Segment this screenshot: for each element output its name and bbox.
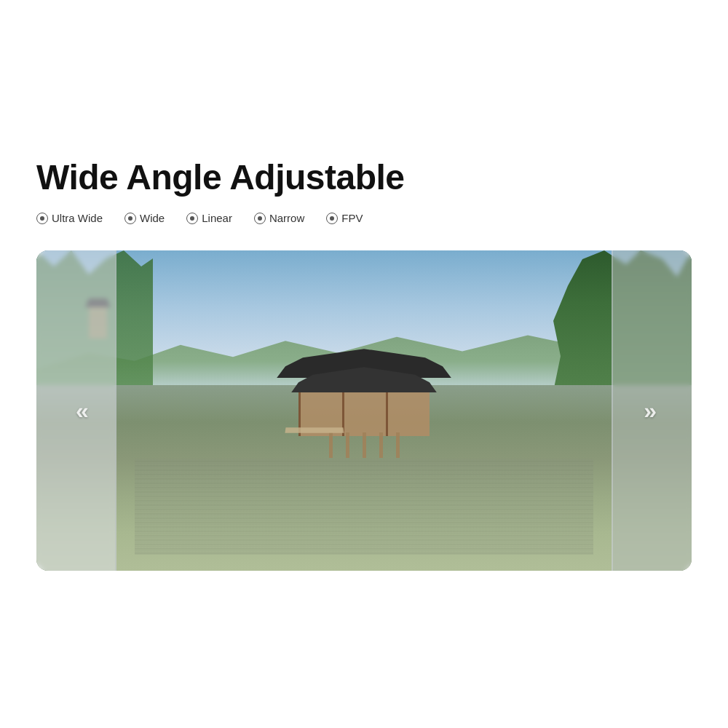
option-linear-label: Linear — [202, 212, 232, 224]
pavilion — [269, 349, 459, 436]
option-fpv-label: FPV — [341, 212, 363, 224]
page-title: Wide Angle Adjustable — [36, 157, 692, 197]
option-wide-label: Wide — [140, 212, 165, 224]
pillar-3 — [363, 432, 366, 458]
pavilion-col-2 — [342, 392, 386, 436]
divider-right — [612, 250, 613, 571]
radio-wide — [124, 213, 136, 224]
scene — [36, 250, 692, 571]
radio-ultra-wide — [36, 213, 48, 224]
pillar-5 — [396, 432, 400, 458]
pavilion-col-3 — [386, 392, 430, 436]
option-linear[interactable]: Linear — [186, 212, 232, 224]
prev-arrow-button[interactable]: « — [76, 397, 84, 424]
radio-fpv — [326, 213, 338, 224]
option-narrow-label: Narrow — [269, 212, 304, 224]
dock — [285, 427, 344, 433]
option-wide[interactable]: Wide — [124, 212, 165, 224]
pillar-4 — [379, 432, 383, 458]
option-ultra-wide-label: Ultra Wide — [52, 212, 103, 224]
image-main — [36, 250, 692, 571]
next-arrow-button[interactable]: » — [644, 397, 652, 424]
radio-narrow — [254, 213, 266, 224]
page-container: Wide Angle Adjustable Ultra Wide Wide Li… — [36, 128, 692, 600]
water-reflection — [135, 459, 593, 555]
divider-left — [115, 250, 116, 571]
pavilion-pillars — [306, 432, 422, 458]
option-ultra-wide[interactable]: Ultra Wide — [36, 212, 103, 224]
angle-options-row: Ultra Wide Wide Linear Narrow FPV — [36, 212, 692, 224]
pillar-2 — [346, 432, 349, 458]
pillar-1 — [329, 432, 333, 458]
option-narrow[interactable]: Narrow — [254, 212, 304, 224]
radio-linear — [186, 213, 198, 224]
option-fpv[interactable]: FPV — [326, 212, 363, 224]
image-viewer: « » — [36, 250, 692, 571]
